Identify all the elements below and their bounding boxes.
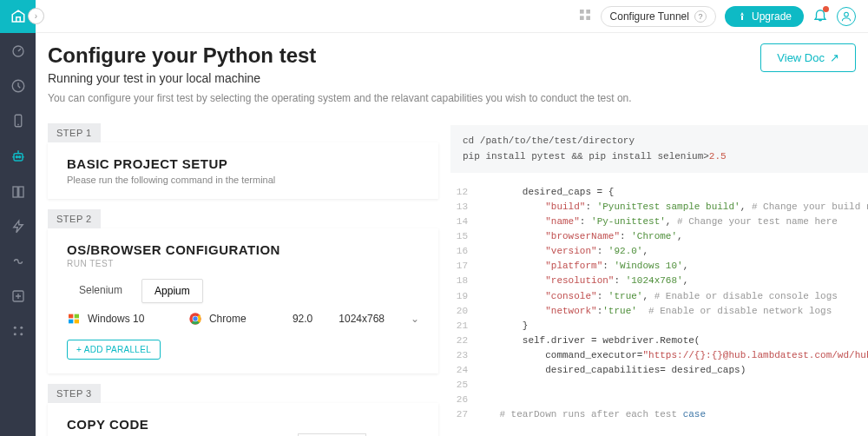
svg-rect-2 xyxy=(580,16,584,20)
sidebar-realtime-icon[interactable] xyxy=(10,78,26,94)
svg-point-10 xyxy=(18,156,20,158)
svg-point-26 xyxy=(193,316,197,320)
avatar-icon[interactable] xyxy=(837,7,856,26)
page-header: Configure your Python test Running your … xyxy=(36,33,868,113)
code-line: 25 xyxy=(450,378,868,393)
sidebar-more-icon[interactable] xyxy=(10,323,26,339)
code-line: 16 "version": '92.0', xyxy=(450,244,868,259)
svg-point-15 xyxy=(20,327,23,329)
step3-title: COPY CODE xyxy=(67,417,419,432)
svg-rect-21 xyxy=(75,320,79,324)
code-line: 13 "build": 'PyunitTest sample build', #… xyxy=(450,200,868,215)
version-label: 92.0 xyxy=(293,313,312,325)
page-description: You can configure your first test by sel… xyxy=(48,92,856,104)
step2-sub: RUN TEST xyxy=(67,259,419,268)
windows-icon xyxy=(67,312,81,326)
step1-title: BASIC PROJECT SETUP xyxy=(67,156,419,171)
svg-point-17 xyxy=(20,333,23,335)
code-line: 20 "network":'true' # Enable or disable … xyxy=(450,304,868,319)
sidebar xyxy=(0,33,36,436)
rocket-icon xyxy=(737,11,747,22)
code-line: 15 "browserName": 'Chrome', xyxy=(450,229,868,244)
page-subtitle: Running your test in your local machine xyxy=(48,71,316,85)
notification-dot xyxy=(823,6,829,12)
svg-rect-20 xyxy=(69,320,73,324)
sidebar-mobile-icon[interactable] xyxy=(10,113,26,129)
term-line-2: pip install pytest && pip install seleni… xyxy=(463,149,868,165)
notifications-icon[interactable] xyxy=(812,7,828,26)
framework-tabs: Selenium Appium xyxy=(67,279,419,303)
code-line: 19 "console": 'true', # Enable or disabl… xyxy=(450,289,868,304)
svg-rect-1 xyxy=(586,10,590,14)
view-doc-button[interactable]: View Doc ↗ xyxy=(760,43,856,72)
configure-tunnel-label: Configure Tunnel xyxy=(610,10,689,23)
code-line: 26 xyxy=(450,393,868,407)
terminal-snippet: cd /path/to/the/test/directory pip insta… xyxy=(450,125,868,173)
add-parallel-button[interactable]: + ADD PARALLEL xyxy=(67,340,161,360)
tab-selenium[interactable]: Selenium xyxy=(67,279,135,303)
code-line: 18 "resolution": '1024x768', xyxy=(450,274,868,288)
svg-rect-19 xyxy=(75,314,79,319)
svg-rect-12 xyxy=(18,187,23,197)
tab-appium[interactable]: Appium xyxy=(141,279,203,303)
svg-point-4 xyxy=(845,12,849,17)
svg-rect-3 xyxy=(586,16,590,20)
svg-rect-11 xyxy=(13,187,17,197)
code-line: 21 } xyxy=(450,319,868,334)
sidebar-layout-icon[interactable] xyxy=(10,184,26,200)
code-line: 22 self.driver = webdriver.Remote( xyxy=(450,334,868,348)
svg-rect-0 xyxy=(580,10,584,14)
sidebar-expand-icon[interactable]: › xyxy=(28,8,44,24)
code-line: 17 "platform": 'Windows 10', xyxy=(450,259,868,274)
resolution-label: 1024x768 xyxy=(339,313,385,325)
code-line: 14 "name": 'Py-unittest', # Change your … xyxy=(450,215,868,229)
step3-label: STEP 3 xyxy=(48,384,101,403)
step2-card: OS/BROWSER CONFIGURATION RUN TEST Seleni… xyxy=(48,228,438,373)
config-row[interactable]: Windows 10 Chrome 92.0 1024x768 ⌄ xyxy=(67,303,419,334)
sidebar-add-icon[interactable] xyxy=(10,288,26,304)
term-line-1: cd /path/to/the/test/directory xyxy=(463,134,868,149)
browser-label: Chrome xyxy=(209,313,247,325)
svg-rect-18 xyxy=(69,314,73,319)
step2-label: STEP 2 xyxy=(48,209,101,228)
page-title: Configure your Python test xyxy=(48,43,316,68)
code-line: 23 command_executor="https://{}:{}@hub.l… xyxy=(450,348,868,363)
step1-sub: Please run the following command in the … xyxy=(67,175,419,185)
sidebar-automation-icon[interactable] xyxy=(10,148,27,165)
step3-card: COPY CODE Copy the code to your code edi… xyxy=(48,403,438,436)
apps-grid-icon[interactable] xyxy=(578,8,592,25)
configure-tunnel-button[interactable]: Configure Tunnel ? xyxy=(601,6,716,27)
svg-point-9 xyxy=(16,156,17,158)
upgrade-label: Upgrade xyxy=(752,10,792,23)
svg-point-14 xyxy=(13,327,16,329)
view-doc-label: View Doc xyxy=(777,51,825,64)
step2-title: OS/BROWSER CONFIGURATION xyxy=(67,242,419,257)
sidebar-bolt-icon[interactable] xyxy=(10,219,26,235)
topbar: › Configure Tunnel ? Upgrade xyxy=(0,0,868,33)
svg-point-16 xyxy=(13,333,16,335)
chevron-down-icon: ⌄ xyxy=(411,313,419,325)
help-icon: ? xyxy=(694,10,707,23)
step1-card: BASIC PROJECT SETUP Please run the follo… xyxy=(48,142,438,199)
main-content: Configure your Python test Running your … xyxy=(36,33,868,436)
sidebar-infinity-icon[interactable] xyxy=(10,254,26,269)
upgrade-button[interactable]: Upgrade xyxy=(725,6,804,27)
code-line: 24 desired_capabilities= desired_caps) xyxy=(450,363,868,378)
sidebar-dashboard-icon[interactable] xyxy=(10,43,26,59)
code-line: 12 desired_caps = { xyxy=(450,185,868,200)
os-label: Windows 10 xyxy=(88,313,144,325)
code-snippet: ⧉ 12 desired_caps = {13 "build": 'Pyunit… xyxy=(450,185,868,422)
chrome-icon xyxy=(188,312,202,326)
code-line: 27 # tearDown runs after each test case xyxy=(450,407,868,422)
external-link-icon: ↗ xyxy=(830,51,839,64)
step1-label: STEP 1 xyxy=(48,123,101,142)
